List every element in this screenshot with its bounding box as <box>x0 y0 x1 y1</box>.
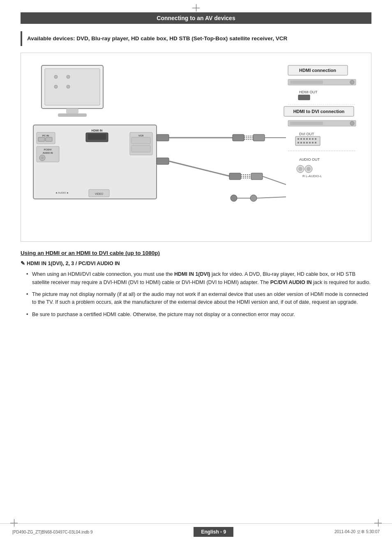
footer-left-text: [PD490-ZG_ZT]BN68-03497C-03L04.indb 9 <box>12 530 93 534</box>
svg-point-60 <box>350 121 354 125</box>
svg-rect-46 <box>250 195 257 201</box>
svg-line-37 <box>169 161 231 176</box>
diagram-svg: PC IN PC/DVI AUDIO IN HDMI IN VCR <box>29 61 383 222</box>
svg-rect-36 <box>157 158 169 164</box>
bullet-item-2: The picture may not display normally (if… <box>25 291 371 307</box>
svg-rect-11 <box>38 137 45 141</box>
svg-text:PC IN: PC IN <box>42 134 49 137</box>
svg-point-17 <box>41 157 44 159</box>
svg-rect-28 <box>157 134 169 141</box>
svg-rect-65 <box>303 138 305 140</box>
svg-text:HDMI IN: HDMI IN <box>92 129 103 132</box>
svg-line-43 <box>263 176 286 185</box>
svg-rect-66 <box>306 138 308 140</box>
svg-point-4 <box>54 85 58 88</box>
svg-text:HDMI to DVI connection: HDMI to DVI connection <box>293 109 345 114</box>
svg-point-2 <box>54 75 58 79</box>
footer-right-text: 2011-04-20 오후 5:30:07 <box>334 529 380 535</box>
hdmi-section-title: Using an HDMI or an HDMI to DVI cable (u… <box>21 250 371 256</box>
page-wrapper: Connecting to an AV devices Available de… <box>0 0 392 543</box>
svg-rect-6 <box>66 109 78 113</box>
svg-rect-1 <box>45 69 100 105</box>
svg-point-52 <box>350 80 354 84</box>
svg-rect-69 <box>315 138 316 140</box>
svg-rect-64 <box>300 138 302 140</box>
svg-text:PC/DVI: PC/DVI <box>44 148 52 151</box>
svg-text:AUDIO OUT: AUDIO OUT <box>299 157 320 162</box>
svg-point-3 <box>67 75 70 79</box>
svg-rect-67 <box>309 138 311 140</box>
svg-text:DVI OUT: DVI OUT <box>299 132 314 136</box>
svg-rect-59 <box>290 122 323 125</box>
svg-rect-30 <box>233 134 244 141</box>
svg-rect-51 <box>290 81 323 84</box>
svg-rect-54 <box>298 95 310 100</box>
svg-rect-72 <box>303 142 305 143</box>
svg-rect-74 <box>309 142 311 143</box>
svg-rect-63 <box>297 138 299 140</box>
svg-rect-12 <box>46 137 52 141</box>
crosshair-top-icon <box>192 4 200 12</box>
svg-text:VCR: VCR <box>138 134 144 137</box>
svg-point-80 <box>298 167 302 171</box>
svg-rect-38 <box>229 173 241 180</box>
page-number-badge: English - 9 <box>194 527 233 537</box>
section-title: Connecting to an AV devices <box>157 15 235 21</box>
svg-rect-42 <box>251 173 263 180</box>
available-devices-text: Available devices: DVD, Blu-ray player, … <box>27 35 367 43</box>
svg-rect-68 <box>312 138 314 140</box>
svg-text:◄ AUDIO ►: ◄ AUDIO ► <box>55 192 69 194</box>
diagram-inner: PC IN PC/DVI AUDIO IN HDMI IN VCR <box>29 61 363 226</box>
svg-rect-44 <box>231 195 237 201</box>
note-icon: ✎ <box>21 260 25 266</box>
bullet-item-1: When using an HDMI/DVI cable connection,… <box>25 270 371 287</box>
svg-rect-75 <box>312 142 314 143</box>
hdmi-section: Using an HDMI or an HDMI to DVI cable (u… <box>21 250 371 319</box>
bullet-item-3: Be sure to purchase a certified HDMI cab… <box>25 311 371 319</box>
svg-text:VIDEO: VIDEO <box>95 192 103 195</box>
svg-rect-24 <box>131 146 150 152</box>
svg-rect-71 <box>300 142 302 143</box>
svg-rect-70 <box>297 142 299 143</box>
bullet-list: When using an HDMI/DVI cable connection,… <box>25 270 371 319</box>
svg-rect-76 <box>315 142 316 143</box>
svg-line-47 <box>257 197 286 198</box>
svg-rect-20 <box>88 134 106 140</box>
svg-text:R L-AUDIO-L: R L-AUDIO-L <box>302 174 322 178</box>
svg-rect-7 <box>58 113 87 117</box>
diagram-box: PC IN PC/DVI AUDIO IN HDMI IN VCR <box>21 53 371 242</box>
svg-text:AUDIO IN: AUDIO IN <box>43 152 53 154</box>
available-devices-block: Available devices: DVD, Blu-ray player, … <box>21 31 371 46</box>
svg-rect-73 <box>306 142 308 143</box>
page-footer: [PD490-ZG_ZT]BN68-03497C-03L04.indb 9 En… <box>0 523 392 537</box>
svg-point-82 <box>307 167 311 171</box>
svg-rect-34 <box>253 134 265 141</box>
section-title-bar: Connecting to an AV devices <box>21 12 371 24</box>
svg-text:HDMI connection: HDMI connection <box>299 68 336 73</box>
svg-rect-62 <box>295 136 320 146</box>
note-label: HDMI IN 1(DVI), 2, 3 / PC/DVI AUDIO IN <box>27 261 120 266</box>
svg-rect-23 <box>131 137 150 144</box>
note-header: ✎ HDMI IN 1(DVI), 2, 3 / PC/DVI AUDIO IN <box>21 260 371 266</box>
svg-text:HDMI OUT: HDMI OUT <box>299 90 318 94</box>
svg-point-5 <box>67 85 70 88</box>
